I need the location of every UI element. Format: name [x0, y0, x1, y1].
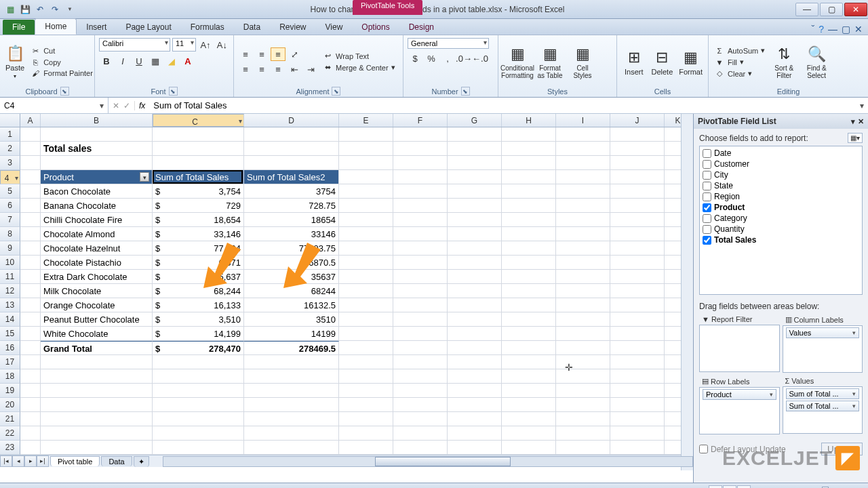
cell[interactable]	[610, 441, 665, 455]
tab-insert[interactable]: Insert	[77, 20, 116, 35]
area-field-item[interactable]: Sum of Total ...	[786, 401, 860, 411]
cell[interactable]	[41, 156, 153, 170]
cell[interactable]	[339, 369, 393, 384]
cell[interactable]: 6870.5	[244, 256, 339, 270]
row-header[interactable]: 18	[0, 369, 20, 384]
cell[interactable]	[448, 170, 502, 184]
cell[interactable]	[20, 156, 41, 170]
save-icon[interactable]: 💾	[19, 3, 31, 16]
delete-cells-button[interactable]: ⊟Delete	[650, 38, 675, 86]
last-sheet-button[interactable]: ▸|	[37, 455, 49, 467]
cell[interactable]	[610, 256, 665, 270]
row-header[interactable]: 7	[0, 213, 20, 227]
cell[interactable]	[556, 213, 610, 227]
cell[interactable]	[556, 426, 610, 441]
qat-dropdown-icon[interactable]: ▼	[64, 3, 76, 16]
row-header[interactable]: 21	[0, 412, 20, 426]
percent-button[interactable]: %	[424, 52, 439, 65]
cell[interactable]	[556, 369, 610, 384]
cell[interactable]: $729	[153, 199, 244, 213]
filter-dropdown-icon[interactable]: ▾	[140, 172, 149, 182]
alignment-launcher-icon[interactable]: ⬊	[332, 87, 340, 96]
cell[interactable]: 3754	[244, 184, 339, 199]
cell[interactable]	[20, 142, 41, 156]
cell[interactable]	[502, 398, 556, 412]
cell[interactable]	[448, 312, 502, 327]
cell[interactable]	[20, 426, 41, 441]
name-box[interactable]: C4▾	[0, 98, 108, 113]
cell[interactable]	[244, 142, 339, 156]
cell[interactable]	[339, 127, 393, 142]
cell[interactable]	[502, 312, 556, 327]
format-cells-button[interactable]: ▦Format	[677, 38, 704, 86]
cell[interactable]	[41, 426, 153, 441]
cell[interactable]	[393, 284, 448, 298]
format-as-table-button[interactable]: ▦Format as Table	[535, 38, 565, 86]
cell[interactable]	[556, 398, 610, 412]
cell[interactable]	[448, 384, 502, 398]
cell[interactable]	[502, 355, 556, 369]
cell[interactable]	[393, 355, 448, 369]
field-list-layout-button[interactable]: ▦▾	[848, 133, 863, 143]
field-list-item[interactable]: State	[701, 180, 861, 191]
cell[interactable]	[393, 213, 448, 227]
cell[interactable]	[339, 441, 393, 455]
fx-icon[interactable]: fx	[135, 101, 149, 110]
cell[interactable]	[339, 426, 393, 441]
format-painter-button[interactable]: 🖌Format Painter	[28, 68, 94, 78]
row-header[interactable]: 12	[0, 284, 20, 298]
cell[interactable]: Grand Total	[41, 341, 153, 355]
find-select-button[interactable]: 🔍Find & Select	[802, 38, 831, 86]
cell[interactable]	[153, 384, 244, 398]
border-button[interactable]: ▦	[148, 54, 163, 68]
cell[interactable]	[448, 327, 502, 341]
cell[interactable]	[153, 398, 244, 412]
cell[interactable]	[393, 170, 448, 184]
cell[interactable]	[339, 270, 393, 284]
cell[interactable]	[502, 384, 556, 398]
cell[interactable]	[393, 298, 448, 312]
cell[interactable]	[556, 270, 610, 284]
cell[interactable]	[556, 184, 610, 199]
cell[interactable]: 35637	[244, 270, 339, 284]
font-name-select[interactable]: Calibri	[99, 38, 170, 52]
font-launcher-icon[interactable]: ⬊	[169, 87, 178, 96]
cell[interactable]	[393, 384, 448, 398]
cell[interactable]	[610, 298, 665, 312]
cell[interactable]	[393, 441, 448, 455]
cell[interactable]	[502, 170, 556, 184]
cell[interactable]	[448, 184, 502, 199]
field-list-item[interactable]: Quantity	[701, 224, 861, 235]
row-header[interactable]: 17	[0, 355, 20, 369]
cell[interactable]	[502, 341, 556, 355]
row-header[interactable]: 13	[0, 298, 20, 312]
cell[interactable]	[393, 412, 448, 426]
cell[interactable]	[610, 412, 665, 426]
cell[interactable]	[393, 327, 448, 341]
area-field-item[interactable]: Values	[786, 327, 860, 338]
cell[interactable]	[393, 227, 448, 241]
formula-input[interactable]	[149, 99, 856, 112]
cell[interactable]	[339, 213, 393, 227]
cell[interactable]	[556, 327, 610, 341]
bold-button[interactable]: B	[99, 54, 114, 68]
cell[interactable]	[339, 142, 393, 156]
cell[interactable]	[153, 127, 244, 142]
cell[interactable]	[244, 156, 339, 170]
cell[interactable]	[556, 156, 610, 170]
cell[interactable]	[610, 369, 665, 384]
cell[interactable]	[153, 441, 244, 455]
cell[interactable]	[244, 355, 339, 369]
cell[interactable]	[393, 199, 448, 213]
cell[interactable]	[20, 270, 41, 284]
cell[interactable]	[556, 256, 610, 270]
decrease-decimal-button[interactable]: ←.0	[473, 52, 488, 65]
cell[interactable]	[41, 127, 153, 142]
cell[interactable]	[20, 327, 41, 341]
cell[interactable]	[339, 156, 393, 170]
cell[interactable]	[339, 355, 393, 369]
copy-button[interactable]: ⎘Copy	[28, 58, 94, 67]
cell[interactable]	[610, 355, 665, 369]
italic-button[interactable]: I	[115, 54, 130, 68]
cell[interactable]	[244, 127, 339, 142]
